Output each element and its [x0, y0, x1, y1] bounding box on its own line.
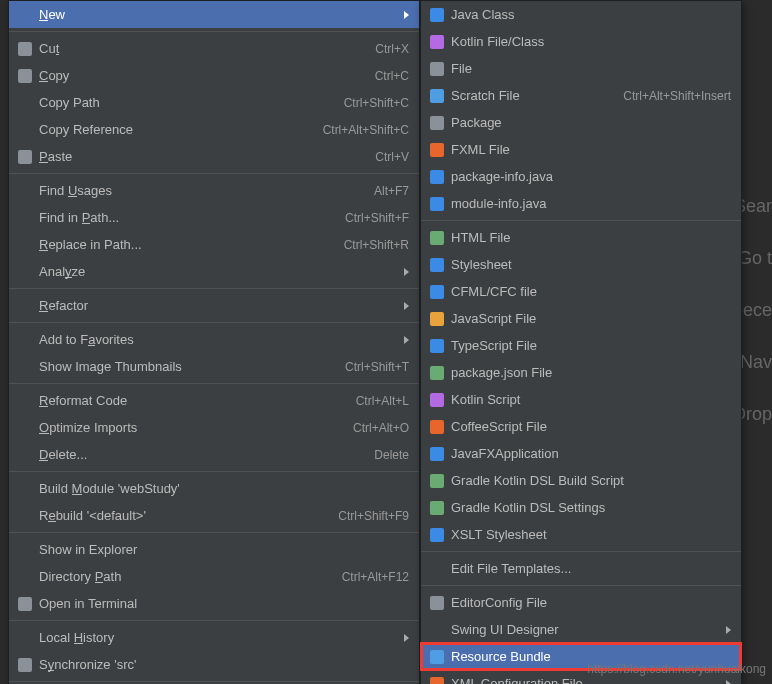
- menu-item-label: New: [39, 7, 398, 22]
- menu-item-label: JavaScript File: [451, 311, 731, 326]
- shortcut: Ctrl+Shift+R: [344, 238, 409, 252]
- new-module-info[interactable]: module-info.java: [421, 190, 741, 217]
- menu-item-label: File: [451, 61, 731, 76]
- menu-open-terminal[interactable]: Open in Terminal: [9, 590, 419, 617]
- separator: [421, 551, 741, 552]
- menu-item-label: Reformat Code: [39, 393, 344, 408]
- menu-item-label: package.json File: [451, 365, 731, 380]
- menu-item-label: XSLT Stylesheet: [451, 527, 731, 542]
- new-editorconfig[interactable]: EditorConfig File: [421, 589, 741, 616]
- separator: [421, 220, 741, 221]
- menu-replace-in-path[interactable]: Replace in Path...Ctrl+Shift+R: [9, 231, 419, 258]
- menu-show-thumbnails[interactable]: Show Image ThumbnailsCtrl+Shift+T: [9, 353, 419, 380]
- menu-item-label: Build Module 'webStudy': [39, 481, 409, 496]
- new-kotlin[interactable]: Kotlin File/Class: [421, 28, 741, 55]
- new-xslt[interactable]: XSLT Stylesheet: [421, 521, 741, 548]
- menu-new[interactable]: New: [9, 1, 419, 28]
- new-gradle-settings[interactable]: Gradle Kotlin DSL Settings: [421, 494, 741, 521]
- menu-copy-reference[interactable]: Copy ReferenceCtrl+Alt+Shift+C: [9, 116, 419, 143]
- menu-reformat[interactable]: Reformat CodeCtrl+Alt+L: [9, 387, 419, 414]
- bundle-icon: [429, 649, 445, 665]
- menu-item-label: Gradle Kotlin DSL Build Script: [451, 473, 731, 488]
- new-html[interactable]: HTML File: [421, 224, 741, 251]
- menu-copy[interactable]: CopyCtrl+C: [9, 62, 419, 89]
- shortcut: Ctrl+Shift+C: [344, 96, 409, 110]
- submenu-arrow-icon: [726, 680, 731, 685]
- new-java-class[interactable]: Java Class: [421, 1, 741, 28]
- xml-icon: [429, 676, 445, 685]
- new-kotlin-script[interactable]: Kotlin Script: [421, 386, 741, 413]
- copy-icon: [17, 68, 33, 84]
- menu-paste[interactable]: PasteCtrl+V: [9, 143, 419, 170]
- separator: [9, 681, 419, 682]
- menu-copy-path[interactable]: Copy PathCtrl+Shift+C: [9, 89, 419, 116]
- new-package-info[interactable]: package-info.java: [421, 163, 741, 190]
- menu-item-label: Paste: [39, 149, 363, 164]
- menu-item-label: Copy Reference: [39, 122, 311, 137]
- menu-item-label: CFML/CFC file: [451, 284, 731, 299]
- shortcut: Ctrl+V: [375, 150, 409, 164]
- menu-optimize-imports[interactable]: Optimize ImportsCtrl+Alt+O: [9, 414, 419, 441]
- package-icon: [429, 115, 445, 131]
- new-package[interactable]: Package: [421, 109, 741, 136]
- new-package-json[interactable]: package.json File: [421, 359, 741, 386]
- menu-rebuild[interactable]: Rebuild '<default>'Ctrl+Shift+F9: [9, 502, 419, 529]
- separator: [9, 383, 419, 384]
- new-javafx[interactable]: JavaFXApplication: [421, 440, 741, 467]
- class-blue-icon: [429, 7, 445, 23]
- menu-find-in-path[interactable]: Find in Path...Ctrl+Shift+F: [9, 204, 419, 231]
- menu-item-label: XML Configuration File: [451, 676, 720, 684]
- menu-item-label: Find in Path...: [39, 210, 333, 225]
- menu-add-favorites[interactable]: Add to Favorites: [9, 326, 419, 353]
- context-menu: NewCutCtrl+XCopyCtrl+CCopy PathCtrl+Shif…: [8, 0, 420, 684]
- menu-item-label: Rebuild '<default>': [39, 508, 326, 523]
- shortcut: Ctrl+Shift+F9: [338, 509, 409, 523]
- new-coffee[interactable]: CoffeeScript File: [421, 413, 741, 440]
- sync-icon: [17, 657, 33, 673]
- watermark: https://blog.csdn.net/yunhuaikong: [587, 662, 766, 676]
- new-stylesheet[interactable]: Stylesheet: [421, 251, 741, 278]
- menu-delete[interactable]: Delete...Delete: [9, 441, 419, 468]
- kotlin-icon: [429, 392, 445, 408]
- new-fxml[interactable]: FXML File: [421, 136, 741, 163]
- coffee-icon: [429, 419, 445, 435]
- menu-item-label: Show Image Thumbnails: [39, 359, 333, 374]
- editorconfig-icon: [429, 595, 445, 611]
- gradle-icon: [429, 473, 445, 489]
- ts-icon: [429, 338, 445, 354]
- menu-item-label: Edit File Templates...: [451, 561, 731, 576]
- menu-build-module[interactable]: Build Module 'webStudy': [9, 475, 419, 502]
- menu-cut[interactable]: CutCtrl+X: [9, 35, 419, 62]
- javafx-icon: [429, 446, 445, 462]
- scratch-icon: [429, 88, 445, 104]
- new-edit-templates[interactable]: Edit File Templates...: [421, 555, 741, 582]
- menu-item-label: Swing UI Designer: [451, 622, 720, 637]
- new-js[interactable]: JavaScript File: [421, 305, 741, 332]
- new-cfml[interactable]: CFML/CFC file: [421, 278, 741, 305]
- menu-refactor[interactable]: Refactor: [9, 292, 419, 319]
- menu-synchronize[interactable]: Synchronize 'src': [9, 651, 419, 678]
- shortcut: Ctrl+Alt+F12: [342, 570, 409, 584]
- shortcut: Ctrl+Alt+O: [353, 421, 409, 435]
- terminal-icon: [17, 596, 33, 612]
- menu-item-label: TypeScript File: [451, 338, 731, 353]
- new-submenu: Java ClassKotlin File/ClassFileScratch F…: [420, 0, 742, 684]
- new-file[interactable]: File: [421, 55, 741, 82]
- shortcut: Ctrl+C: [375, 69, 409, 83]
- menu-find-usages[interactable]: Find UsagesAlt+F7: [9, 177, 419, 204]
- menu-show-explorer[interactable]: Show in Explorer: [9, 536, 419, 563]
- new-swing[interactable]: Swing UI Designer: [421, 616, 741, 643]
- menu-item-label: Gradle Kotlin DSL Settings: [451, 500, 731, 515]
- menu-analyze[interactable]: Analyze: [9, 258, 419, 285]
- new-scratch[interactable]: Scratch FileCtrl+Alt+Shift+Insert: [421, 82, 741, 109]
- separator: [9, 532, 419, 533]
- menu-item-label: Find Usages: [39, 183, 362, 198]
- js-icon: [429, 311, 445, 327]
- menu-local-history[interactable]: Local History: [9, 624, 419, 651]
- npm-icon: [429, 365, 445, 381]
- new-ts[interactable]: TypeScript File: [421, 332, 741, 359]
- menu-directory-path[interactable]: Directory PathCtrl+Alt+F12: [9, 563, 419, 590]
- separator: [9, 31, 419, 32]
- submenu-arrow-icon: [726, 626, 731, 634]
- new-gradle-build[interactable]: Gradle Kotlin DSL Build Script: [421, 467, 741, 494]
